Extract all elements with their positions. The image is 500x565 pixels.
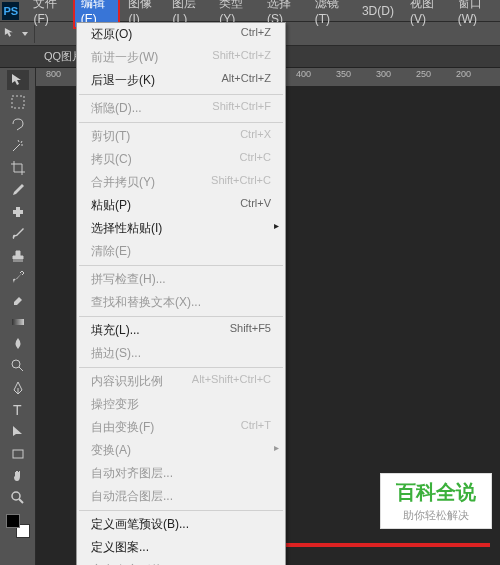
- menu-view[interactable]: 视图(V): [402, 0, 450, 29]
- menu-item-label: 操控变形: [91, 396, 139, 413]
- svg-rect-0: [12, 96, 24, 108]
- separator: [34, 25, 35, 43]
- menu-filter[interactable]: 滤镜(T): [307, 0, 354, 29]
- menu-item-label: 合并拷贝(Y): [91, 174, 155, 191]
- gradient-tool[interactable]: [7, 312, 29, 332]
- menu-item-label: 选择性粘贴(I): [91, 220, 162, 237]
- menu-item-label: 拷贝(C): [91, 151, 132, 168]
- menu-item-label: 粘贴(P): [91, 197, 131, 214]
- menu-item: 拼写检查(H)...: [77, 268, 285, 291]
- menu-item-label: 渐隐(D)...: [91, 100, 142, 117]
- menu-item[interactable]: 定义画笔预设(B)...: [77, 513, 285, 536]
- menu-item-label: 后退一步(K): [91, 72, 155, 89]
- menu-item-label: 定义图案...: [91, 539, 149, 556]
- svg-rect-2: [16, 207, 20, 217]
- menu-item: 合并拷贝(Y)Shift+Ctrl+C: [77, 171, 285, 194]
- menu-item[interactable]: 定义图案...: [77, 536, 285, 559]
- menu-item-shortcut: Shift+Ctrl+F: [212, 100, 271, 117]
- svg-rect-6: [13, 450, 23, 458]
- menu-item-label: 清除(E): [91, 243, 131, 260]
- ruler-mark: 250: [416, 69, 431, 79]
- color-swatches[interactable]: [6, 514, 30, 538]
- move-tool-icon[interactable]: [4, 27, 18, 41]
- menu-item-label: 描边(S)...: [91, 345, 141, 362]
- pen-tool[interactable]: [7, 378, 29, 398]
- svg-point-4: [12, 360, 20, 368]
- move-tool[interactable]: [7, 70, 29, 90]
- menu-separator: [79, 367, 283, 368]
- menu-item-label: 变换(A): [91, 442, 131, 459]
- menu-item: 描边(S)...: [77, 342, 285, 365]
- eyedropper-tool[interactable]: [7, 180, 29, 200]
- ruler-mark: 350: [336, 69, 351, 79]
- marquee-tool[interactable]: [7, 92, 29, 112]
- menu-item[interactable]: 选择性粘贴(I): [77, 217, 285, 240]
- menu-item-label: 还原(O): [91, 26, 132, 43]
- toolbox: T: [0, 68, 36, 565]
- menu-item: 前进一步(W)Shift+Ctrl+Z: [77, 46, 285, 69]
- menu-separator: [79, 316, 283, 317]
- ruler-mark: 400: [296, 69, 311, 79]
- menu-file[interactable]: 文件(F): [25, 0, 72, 29]
- menu-3d[interactable]: 3D(D): [354, 1, 402, 21]
- menu-item[interactable]: 还原(O)Ctrl+Z: [77, 23, 285, 46]
- menu-item-label: 自由变换(F): [91, 419, 154, 436]
- menu-item-label: 前进一步(W): [91, 49, 158, 66]
- svg-point-7: [12, 492, 20, 500]
- ruler-mark: 300: [376, 69, 391, 79]
- menu-item[interactable]: 粘贴(P)Ctrl+V: [77, 194, 285, 217]
- dodge-tool[interactable]: [7, 356, 29, 376]
- menu-item-label: 查找和替换文本(X)...: [91, 294, 201, 311]
- menu-item-shortcut: Alt+Shift+Ctrl+C: [192, 373, 271, 390]
- svg-rect-3: [12, 319, 24, 325]
- menu-separator: [79, 265, 283, 266]
- menu-item-label: 剪切(T): [91, 128, 130, 145]
- lasso-tool[interactable]: [7, 114, 29, 134]
- fg-color-swatch[interactable]: [6, 514, 20, 528]
- menu-separator: [79, 122, 283, 123]
- menu-item-shortcut: Shift+Ctrl+Z: [212, 49, 271, 66]
- menu-item-shortcut: Shift+Ctrl+C: [211, 174, 271, 191]
- menu-item: 自动对齐图层...: [77, 462, 285, 485]
- blur-tool[interactable]: [7, 334, 29, 354]
- type-tool[interactable]: T: [7, 400, 29, 420]
- menu-item: 定义自定形状...: [77, 559, 285, 565]
- history-brush-tool[interactable]: [7, 268, 29, 288]
- menu-item-shortcut: Shift+F5: [230, 322, 271, 339]
- watermark: 百科全说 助你轻松解决: [380, 473, 492, 529]
- menu-window[interactable]: 窗口(W): [450, 0, 500, 29]
- svg-text:T: T: [13, 402, 22, 418]
- menu-item-label: 填充(L)...: [91, 322, 140, 339]
- heal-tool[interactable]: [7, 202, 29, 222]
- zoom-tool[interactable]: [7, 488, 29, 508]
- menu-item: 自动混合图层...: [77, 485, 285, 508]
- hand-tool[interactable]: [7, 466, 29, 486]
- menu-item-label: 自动对齐图层...: [91, 465, 173, 482]
- path-select-tool[interactable]: [7, 422, 29, 442]
- menu-item: 查找和替换文本(X)...: [77, 291, 285, 314]
- menu-item: 内容识别比例Alt+Shift+Ctrl+C: [77, 370, 285, 393]
- wand-tool[interactable]: [7, 136, 29, 156]
- menu-item-shortcut: Ctrl+X: [240, 128, 271, 145]
- stamp-tool[interactable]: [7, 246, 29, 266]
- crop-tool[interactable]: [7, 158, 29, 178]
- rectangle-tool[interactable]: [7, 444, 29, 464]
- menu-item-shortcut: Ctrl+T: [241, 419, 271, 436]
- tool-preset-dropdown[interactable]: [22, 32, 28, 36]
- menu-separator: [79, 510, 283, 511]
- menu-item-label: 自动混合图层...: [91, 488, 173, 505]
- watermark-subtitle: 助你轻松解决: [403, 508, 469, 523]
- menu-bar: PS 文件(F) 编辑(E) 图像(I) 图层(L) 类型(Y) 选择(S) 滤…: [0, 0, 500, 22]
- menu-item-shortcut: Ctrl+Z: [241, 26, 271, 43]
- brush-tool[interactable]: [7, 224, 29, 244]
- menu-item-label: 内容识别比例: [91, 373, 163, 390]
- menu-item-shortcut: Ctrl+C: [240, 151, 271, 168]
- menu-item-shortcut: Ctrl+V: [240, 197, 271, 214]
- menu-item: 操控变形: [77, 393, 285, 416]
- menu-separator: [79, 94, 283, 95]
- menu-item: 渐隐(D)...Shift+Ctrl+F: [77, 97, 285, 120]
- ruler-mark: 200: [456, 69, 471, 79]
- eraser-tool[interactable]: [7, 290, 29, 310]
- menu-item[interactable]: 后退一步(K)Alt+Ctrl+Z: [77, 69, 285, 92]
- menu-item[interactable]: 填充(L)...Shift+F5: [77, 319, 285, 342]
